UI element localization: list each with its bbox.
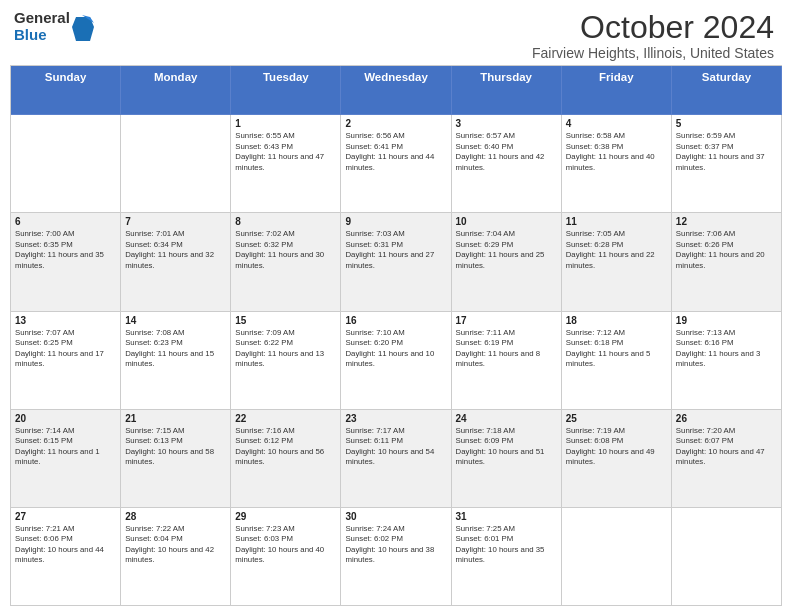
cell-info: Sunrise: 7:13 AM Sunset: 6:16 PM Dayligh… <box>676 328 777 370</box>
cell-date: 29 <box>235 511 336 522</box>
cell-date: 16 <box>345 315 446 326</box>
cell-info: Sunrise: 7:16 AM Sunset: 6:12 PM Dayligh… <box>235 426 336 468</box>
cell-date: 7 <box>125 216 226 227</box>
cal-cell-23: 23Sunrise: 7:17 AM Sunset: 6:11 PM Dayli… <box>341 410 451 508</box>
cell-date: 12 <box>676 216 777 227</box>
cal-cell-18: 18Sunrise: 7:12 AM Sunset: 6:18 PM Dayli… <box>562 312 672 410</box>
cell-date: 15 <box>235 315 336 326</box>
cell-date: 4 <box>566 118 667 129</box>
cell-date: 10 <box>456 216 557 227</box>
cell-date: 20 <box>15 413 116 424</box>
cell-info: Sunrise: 6:56 AM Sunset: 6:41 PM Dayligh… <box>345 131 446 173</box>
cal-cell-3: 3Sunrise: 6:57 AM Sunset: 6:40 PM Daylig… <box>452 115 562 213</box>
cell-date: 9 <box>345 216 446 227</box>
logo: General Blue <box>14 10 94 43</box>
header: General Blue October 2024 Fairview Heigh… <box>0 0 792 65</box>
cal-cell-14: 14Sunrise: 7:08 AM Sunset: 6:23 PM Dayli… <box>121 312 231 410</box>
cell-date: 23 <box>345 413 446 424</box>
cal-cell-2: 2Sunrise: 6:56 AM Sunset: 6:41 PM Daylig… <box>341 115 451 213</box>
day-header-tuesday: Tuesday <box>231 66 341 115</box>
cell-info: Sunrise: 7:19 AM Sunset: 6:08 PM Dayligh… <box>566 426 667 468</box>
cell-info: Sunrise: 6:58 AM Sunset: 6:38 PM Dayligh… <box>566 131 667 173</box>
cell-info: Sunrise: 7:04 AM Sunset: 6:29 PM Dayligh… <box>456 229 557 271</box>
cell-info: Sunrise: 7:00 AM Sunset: 6:35 PM Dayligh… <box>15 229 116 271</box>
cell-date: 2 <box>345 118 446 129</box>
logo-blue: Blue <box>14 27 70 44</box>
cell-date: 1 <box>235 118 336 129</box>
day-header-saturday: Saturday <box>672 66 782 115</box>
calendar: SundayMondayTuesdayWednesdayThursdayFrid… <box>0 65 792 612</box>
cal-cell-7: 7Sunrise: 7:01 AM Sunset: 6:34 PM Daylig… <box>121 213 231 311</box>
cell-date: 31 <box>456 511 557 522</box>
cell-info: Sunrise: 7:21 AM Sunset: 6:06 PM Dayligh… <box>15 524 116 566</box>
cell-date: 17 <box>456 315 557 326</box>
page: General Blue October 2024 Fairview Heigh… <box>0 0 792 612</box>
cal-cell-31: 31Sunrise: 7:25 AM Sunset: 6:01 PM Dayli… <box>452 508 562 606</box>
cal-cell-27: 27Sunrise: 7:21 AM Sunset: 6:06 PM Dayli… <box>11 508 121 606</box>
cell-date: 13 <box>15 315 116 326</box>
cell-info: Sunrise: 7:23 AM Sunset: 6:03 PM Dayligh… <box>235 524 336 566</box>
cell-info: Sunrise: 6:57 AM Sunset: 6:40 PM Dayligh… <box>456 131 557 173</box>
cal-cell-20: 20Sunrise: 7:14 AM Sunset: 6:15 PM Dayli… <box>11 410 121 508</box>
cell-info: Sunrise: 7:11 AM Sunset: 6:19 PM Dayligh… <box>456 328 557 370</box>
cell-info: Sunrise: 7:17 AM Sunset: 6:11 PM Dayligh… <box>345 426 446 468</box>
cell-info: Sunrise: 7:12 AM Sunset: 6:18 PM Dayligh… <box>566 328 667 370</box>
cell-info: Sunrise: 7:08 AM Sunset: 6:23 PM Dayligh… <box>125 328 226 370</box>
cal-cell-4: 4Sunrise: 6:58 AM Sunset: 6:38 PM Daylig… <box>562 115 672 213</box>
cal-cell-30: 30Sunrise: 7:24 AM Sunset: 6:02 PM Dayli… <box>341 508 451 606</box>
cal-cell-empty-0-0 <box>11 115 121 213</box>
cell-date: 26 <box>676 413 777 424</box>
cell-info: Sunrise: 7:06 AM Sunset: 6:26 PM Dayligh… <box>676 229 777 271</box>
day-header-friday: Friday <box>562 66 672 115</box>
cal-cell-26: 26Sunrise: 7:20 AM Sunset: 6:07 PM Dayli… <box>672 410 782 508</box>
cal-cell-12: 12Sunrise: 7:06 AM Sunset: 6:26 PM Dayli… <box>672 213 782 311</box>
cell-info: Sunrise: 7:15 AM Sunset: 6:13 PM Dayligh… <box>125 426 226 468</box>
title-month: October 2024 <box>532 10 774 45</box>
logo-text: General Blue <box>14 10 70 43</box>
cell-info: Sunrise: 7:20 AM Sunset: 6:07 PM Dayligh… <box>676 426 777 468</box>
cal-cell-empty-4-6 <box>672 508 782 606</box>
cal-cell-5: 5Sunrise: 6:59 AM Sunset: 6:37 PM Daylig… <box>672 115 782 213</box>
cell-info: Sunrise: 7:02 AM Sunset: 6:32 PM Dayligh… <box>235 229 336 271</box>
cell-date: 28 <box>125 511 226 522</box>
cell-date: 30 <box>345 511 446 522</box>
title-area: October 2024 Fairview Heights, Illinois,… <box>532 10 774 61</box>
logo-general: General <box>14 10 70 27</box>
cal-cell-13: 13Sunrise: 7:07 AM Sunset: 6:25 PM Dayli… <box>11 312 121 410</box>
cell-info: Sunrise: 7:07 AM Sunset: 6:25 PM Dayligh… <box>15 328 116 370</box>
cal-cell-11: 11Sunrise: 7:05 AM Sunset: 6:28 PM Dayli… <box>562 213 672 311</box>
cell-info: Sunrise: 7:24 AM Sunset: 6:02 PM Dayligh… <box>345 524 446 566</box>
cell-date: 5 <box>676 118 777 129</box>
cell-date: 14 <box>125 315 226 326</box>
cal-cell-empty-4-5 <box>562 508 672 606</box>
cal-cell-29: 29Sunrise: 7:23 AM Sunset: 6:03 PM Dayli… <box>231 508 341 606</box>
cell-date: 11 <box>566 216 667 227</box>
cell-date: 19 <box>676 315 777 326</box>
cell-info: Sunrise: 7:14 AM Sunset: 6:15 PM Dayligh… <box>15 426 116 468</box>
cell-date: 8 <box>235 216 336 227</box>
cell-date: 21 <box>125 413 226 424</box>
cell-info: Sunrise: 7:18 AM Sunset: 6:09 PM Dayligh… <box>456 426 557 468</box>
cal-cell-10: 10Sunrise: 7:04 AM Sunset: 6:29 PM Dayli… <box>452 213 562 311</box>
cell-info: Sunrise: 7:05 AM Sunset: 6:28 PM Dayligh… <box>566 229 667 271</box>
cal-cell-28: 28Sunrise: 7:22 AM Sunset: 6:04 PM Dayli… <box>121 508 231 606</box>
cell-date: 3 <box>456 118 557 129</box>
cal-cell-6: 6Sunrise: 7:00 AM Sunset: 6:35 PM Daylig… <box>11 213 121 311</box>
cal-cell-1: 1Sunrise: 6:55 AM Sunset: 6:43 PM Daylig… <box>231 115 341 213</box>
cal-cell-8: 8Sunrise: 7:02 AM Sunset: 6:32 PM Daylig… <box>231 213 341 311</box>
cal-cell-25: 25Sunrise: 7:19 AM Sunset: 6:08 PM Dayli… <box>562 410 672 508</box>
cal-cell-21: 21Sunrise: 7:15 AM Sunset: 6:13 PM Dayli… <box>121 410 231 508</box>
calendar-grid: SundayMondayTuesdayWednesdayThursdayFrid… <box>10 65 782 606</box>
cell-info: Sunrise: 7:01 AM Sunset: 6:34 PM Dayligh… <box>125 229 226 271</box>
cell-date: 27 <box>15 511 116 522</box>
cal-cell-9: 9Sunrise: 7:03 AM Sunset: 6:31 PM Daylig… <box>341 213 451 311</box>
cell-info: Sunrise: 6:55 AM Sunset: 6:43 PM Dayligh… <box>235 131 336 173</box>
cell-info: Sunrise: 7:09 AM Sunset: 6:22 PM Dayligh… <box>235 328 336 370</box>
day-header-sunday: Sunday <box>11 66 121 115</box>
day-header-monday: Monday <box>121 66 231 115</box>
cal-cell-15: 15Sunrise: 7:09 AM Sunset: 6:22 PM Dayli… <box>231 312 341 410</box>
day-header-wednesday: Wednesday <box>341 66 451 115</box>
cell-info: Sunrise: 7:22 AM Sunset: 6:04 PM Dayligh… <box>125 524 226 566</box>
cell-date: 22 <box>235 413 336 424</box>
cell-date: 6 <box>15 216 116 227</box>
